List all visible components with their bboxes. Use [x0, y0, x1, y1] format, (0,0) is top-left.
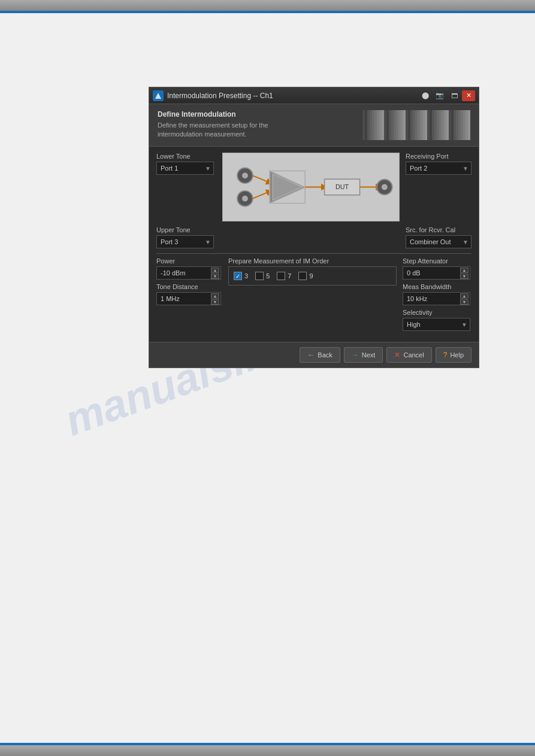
im-order-label: Prepare Measurement of IM Order: [228, 257, 397, 265]
tone-distance-label: Tone Distance: [156, 283, 222, 290]
checkbox-9-label: 9: [309, 272, 313, 280]
right-fields: Step Attenuator 0 dB ▲ ▼ Meas Bandwidth …: [403, 257, 471, 331]
svg-line-6: [253, 192, 270, 199]
tone-dist-up[interactable]: ▲: [211, 293, 219, 299]
upper-tone-arrow: ▼: [205, 239, 211, 245]
title-bar: Intermodulation Presetting -- Ch1 ⬤ 📷 🗖 …: [149, 87, 479, 104]
close-button[interactable]: ✕: [462, 90, 475, 101]
upper-tone-value: Port 3: [161, 238, 178, 245]
bottom-row: Power -10 dBm ▲ ▼ Tone Distance 1 MHz ▲ …: [156, 257, 471, 331]
step-att-input[interactable]: 0 dB ▲ ▼: [403, 266, 470, 280]
tone-distance-value: 1 MHz: [161, 295, 180, 302]
power-down[interactable]: ▼: [211, 274, 219, 279]
diagram-area: DUT: [222, 153, 400, 221]
receiving-port-label: Receiving Port: [406, 153, 471, 160]
im-order-checkboxes: ✓ 3 5 7: [228, 266, 397, 286]
tone-dist-down[interactable]: ▼: [211, 299, 219, 305]
lower-tone-arrow: ▼: [205, 165, 211, 172]
checkbox-7-label: 7: [288, 272, 291, 280]
main-content: Lower Tone Port 1 ▼: [149, 147, 479, 342]
src-rcvr-cal-section: Src. for Rcvr. Cal Combiner Out ▼: [406, 226, 471, 248]
next-button[interactable]: → Next: [344, 347, 383, 363]
receiving-port-section: Receiving Port Port 2 ▼: [406, 153, 471, 175]
receiving-port-arrow: ▼: [463, 165, 468, 172]
lower-tone-label: Lower Tone: [156, 153, 216, 160]
receiving-port-value: Port 2: [410, 165, 427, 172]
cancel-button[interactable]: ✕ Cancel: [386, 347, 431, 363]
im-order-3[interactable]: ✓ 3: [234, 272, 248, 280]
back-icon: ←: [307, 351, 315, 359]
selectivity-value: High: [407, 321, 421, 328]
meas-bw-label: Meas Bandwidth: [403, 283, 471, 290]
power-label: Power: [156, 257, 222, 265]
camera-button[interactable]: 📷: [433, 90, 446, 101]
left-fields: Power -10 dBm ▲ ▼ Tone Distance 1 MHz ▲ …: [156, 257, 222, 305]
checkbox-3-label: 3: [244, 272, 248, 280]
divider: [156, 253, 471, 254]
checkbox-5-label: 5: [266, 272, 270, 280]
checkbox-7-box[interactable]: [277, 272, 285, 280]
lower-tone-dropdown[interactable]: Port 1 ▼: [156, 162, 214, 175]
selectivity-dropdown[interactable]: High ▼: [403, 318, 470, 331]
header-desc1: Define the measurement setup for the: [158, 121, 356, 130]
toggle-button[interactable]: ⬤: [419, 90, 432, 101]
tone-distance-spinner: ▲ ▼: [211, 293, 219, 305]
top-bar: [0, 0, 535, 11]
header-title: Define Intermodulation: [158, 110, 356, 119]
app-icon: [153, 90, 164, 101]
header-text: Define Intermodulation Define the measur…: [158, 110, 356, 140]
upper-tone-dropdown[interactable]: Port 3 ▼: [156, 235, 214, 248]
upper-tone-label: Upper Tone: [156, 226, 216, 233]
top-row: Lower Tone Port 1 ▼: [156, 153, 471, 221]
tone-distance-input[interactable]: 1 MHz ▲ ▼: [156, 292, 221, 305]
step-att-spinner: ▲ ▼: [460, 268, 468, 279]
im-order-5[interactable]: 5: [255, 272, 270, 280]
im-order-7[interactable]: 7: [277, 272, 291, 280]
upper-tone-section: Upper Tone Port 3 ▼: [156, 226, 216, 248]
checkbox-9-box[interactable]: [298, 272, 307, 280]
im-order-9[interactable]: 9: [298, 272, 313, 280]
header-pattern: [362, 110, 470, 140]
svg-point-2: [242, 172, 248, 178]
meas-bw-up[interactable]: ▲: [460, 293, 468, 299]
src-rcvr-cal-dropdown[interactable]: Combiner Out ▼: [406, 235, 471, 248]
cancel-icon: ✕: [394, 351, 400, 359]
dialog-window: Intermodulation Presetting -- Ch1 ⬤ 📷 🗖 …: [149, 87, 479, 368]
back-button[interactable]: ← Back: [300, 347, 340, 363]
step-att-down[interactable]: ▼: [460, 274, 468, 279]
src-rcvr-cal-arrow: ▼: [463, 239, 468, 245]
svg-marker-9: [273, 174, 302, 200]
cancel-label: Cancel: [403, 351, 424, 359]
meas-bw-input[interactable]: 10 kHz ▲ ▼: [403, 292, 470, 305]
svg-point-4: [242, 196, 248, 202]
step-att-label: Step Attenuator: [403, 257, 471, 265]
title-bar-title: Intermodulation Presetting -- Ch1: [167, 92, 418, 100]
diagram-container: DUT: [222, 153, 400, 221]
lower-tone-value: Port 1: [161, 165, 178, 172]
next-label: Next: [362, 351, 376, 359]
receiving-port-dropdown[interactable]: Port 2 ▼: [406, 162, 471, 175]
minimize-button[interactable]: 🗖: [448, 90, 461, 101]
checkbox-3-box[interactable]: ✓: [234, 272, 242, 280]
checkbox-group: ✓ 3 5 7: [234, 272, 391, 280]
back-label: Back: [318, 351, 332, 359]
power-up[interactable]: ▲: [211, 268, 219, 273]
help-icon: ?: [443, 351, 448, 359]
step-att-value: 0 dB: [407, 269, 421, 277]
help-label: Help: [450, 351, 464, 359]
help-button[interactable]: ? Help: [436, 347, 471, 363]
step-att-up[interactable]: ▲: [460, 268, 468, 273]
button-bar: ← Back → Next ✕ Cancel ? Help: [149, 342, 479, 368]
src-rcvr-cal-label: Src. for Rcvr. Cal: [406, 226, 471, 233]
checkmark-3: ✓: [235, 273, 240, 280]
src-rcvr-cal-value: Combiner Out: [410, 238, 451, 245]
header-section: Define Intermodulation Define the measur…: [149, 104, 479, 147]
meas-bw-spinner: ▲ ▼: [460, 293, 468, 305]
power-input[interactable]: -10 dBm ▲ ▼: [156, 266, 221, 280]
power-value: -10 dBm: [161, 269, 186, 277]
bottom-bar-blue: [0, 743, 535, 745]
checkbox-5-box[interactable]: [255, 272, 264, 280]
lower-tone-section: Lower Tone Port 1 ▼: [156, 153, 216, 175]
meas-bw-down[interactable]: ▼: [460, 299, 468, 305]
top-bar-blue: [0, 11, 535, 13]
